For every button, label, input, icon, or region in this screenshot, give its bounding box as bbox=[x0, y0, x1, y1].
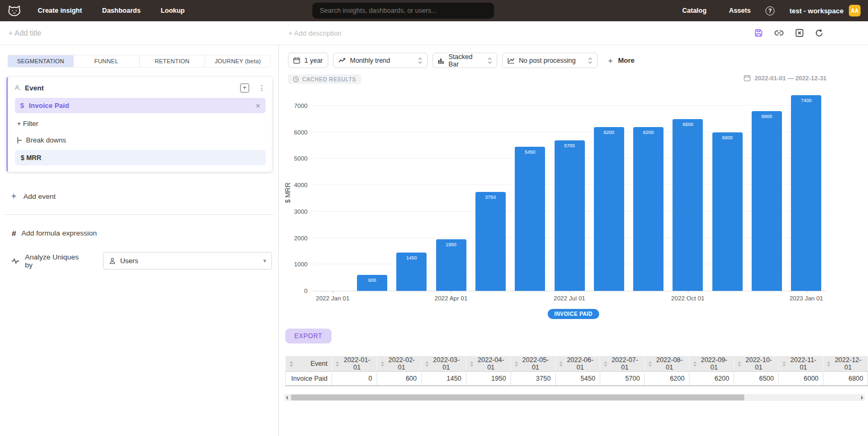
status-row: CACHED RESULTS 2022-01-01 — 2022-12-31 bbox=[279, 74, 868, 84]
bar-2022-03-01[interactable]: 1450 bbox=[396, 253, 427, 291]
trend-select[interactable]: Monthly trend bbox=[333, 53, 428, 68]
event-letter: A. bbox=[15, 84, 21, 91]
column-header-2022-01-01[interactable]: 2022-01-01 bbox=[332, 356, 377, 372]
bar-2022-04-01[interactable]: 1950 bbox=[436, 239, 466, 291]
sort-icon bbox=[559, 360, 563, 367]
nav-dashboards[interactable]: Dashboards bbox=[102, 7, 140, 14]
event-card: A. Event + ⋮ $ Invoice Paid × + Filter B… bbox=[6, 77, 272, 172]
sort-icon bbox=[514, 360, 518, 367]
column-header-2022-09-01[interactable]: 2022-09-01 bbox=[689, 356, 734, 372]
bar-2022-09-01[interactable]: 6200 bbox=[633, 127, 663, 291]
sort-icon bbox=[648, 360, 652, 367]
breakdown-mrr-row[interactable]: $ MRR bbox=[15, 150, 266, 165]
add-title-button[interactable]: + Add title bbox=[8, 29, 41, 37]
workspace-name[interactable]: test - workspace bbox=[789, 7, 844, 15]
bar-2022-05-01[interactable]: 3750 bbox=[475, 192, 506, 291]
column-header-2022-07-01[interactable]: 2022-07-01 bbox=[600, 356, 644, 372]
primary-nav: Create insight Dashboards Lookup bbox=[38, 7, 185, 14]
chevron-down-icon: ▾ bbox=[263, 257, 266, 264]
more-button[interactable]: + More bbox=[608, 56, 635, 65]
add-description-button[interactable]: + Add description bbox=[288, 29, 342, 37]
tab-journey-beta[interactable]: JOURNEY (beta) bbox=[205, 55, 270, 67]
bar-2022-08-01[interactable]: 6200 bbox=[594, 127, 624, 291]
add-event-button[interactable]: + Add event bbox=[11, 191, 272, 202]
nav-lookup[interactable]: Lookup bbox=[161, 7, 185, 14]
y-tick-label: 2000 bbox=[284, 235, 308, 241]
column-header-2022-04-01[interactable]: 2022-04-01 bbox=[466, 356, 510, 372]
x-tick-mark bbox=[451, 291, 452, 294]
legend-invoice-paid[interactable]: INVOICE PAID bbox=[548, 309, 600, 319]
scroll-left-arrow-icon[interactable] bbox=[286, 396, 288, 400]
event-card-menu-icon[interactable]: ⋮ bbox=[258, 83, 266, 92]
add-filter-button[interactable]: + Filter bbox=[17, 120, 266, 128]
insight-actions bbox=[754, 29, 823, 37]
nav-catalog[interactable]: Catalog bbox=[682, 7, 707, 14]
date-range-button[interactable]: 1 year bbox=[288, 53, 328, 68]
column-header-event[interactable]: Event bbox=[286, 356, 332, 372]
tab-segmentation[interactable]: SEGMENTATION bbox=[8, 55, 74, 67]
export-excel-icon[interactable] bbox=[795, 29, 804, 37]
nav-create-insight[interactable]: Create insight bbox=[38, 7, 82, 14]
bar-2022-10-01[interactable]: 6500 bbox=[673, 119, 703, 291]
breakdowns-label: Break downs bbox=[26, 136, 66, 144]
column-header-2022-06-01[interactable]: 2022-06-01 bbox=[555, 356, 600, 372]
column-header-2022-10-01[interactable]: 2022-10-01 bbox=[734, 356, 778, 372]
bar-2022-07-01[interactable]: 5700 bbox=[555, 140, 585, 291]
copy-link-icon[interactable] bbox=[774, 29, 784, 37]
analyze-uniques-select[interactable]: Users ▾ bbox=[103, 252, 272, 270]
column-header-2022-11-01[interactable]: 2022-11-01 bbox=[778, 356, 823, 372]
y-tick-label: 5000 bbox=[284, 155, 308, 162]
bar-value-label: 5700 bbox=[555, 143, 585, 148]
duplicate-event-button[interactable]: + bbox=[240, 83, 249, 93]
table-cell: 1950 bbox=[466, 372, 510, 386]
bar-2022-06-01[interactable]: 5450 bbox=[515, 147, 545, 291]
column-header-2022-03-01[interactable]: 2022-03-01 bbox=[421, 356, 466, 372]
y-tick-label: 3000 bbox=[284, 208, 308, 215]
waveform-icon bbox=[11, 257, 20, 265]
table-cell: 5700 bbox=[600, 372, 644, 386]
column-header-2022-05-01[interactable]: 2022-05-01 bbox=[510, 356, 555, 372]
sort-icon bbox=[380, 360, 385, 367]
bar-value-label: 6200 bbox=[633, 130, 663, 135]
search-input[interactable] bbox=[312, 3, 494, 19]
scroll-right-arrow-icon[interactable] bbox=[861, 396, 863, 400]
chart-type-select[interactable]: Stacked Bar bbox=[432, 53, 497, 68]
avatar[interactable]: AA bbox=[849, 5, 861, 16]
bar-2022-12-01[interactable]: 6800 bbox=[752, 111, 782, 291]
bar-value-label: 3750 bbox=[475, 195, 506, 200]
bar-2022-11-01[interactable]: 6000 bbox=[712, 132, 743, 291]
trend-icon bbox=[338, 57, 346, 64]
column-header-2022-08-01[interactable]: 2022-08-01 bbox=[644, 356, 689, 372]
nav-assets[interactable]: Assets bbox=[729, 7, 751, 14]
post-processing-select[interactable]: No post processing bbox=[502, 53, 598, 68]
sort-icon bbox=[470, 360, 474, 367]
bar-2022-02-01[interactable]: 600 bbox=[357, 275, 387, 291]
scrollbar-thumb[interactable] bbox=[291, 395, 744, 400]
panel-divider bbox=[4, 214, 274, 215]
add-formula-button[interactable]: # Add formula expression bbox=[12, 229, 272, 238]
gridline bbox=[313, 132, 826, 132]
table-cell: 3750 bbox=[510, 372, 555, 386]
sort-icon bbox=[693, 360, 697, 367]
add-formula-label: Add formula expression bbox=[21, 229, 97, 237]
export-button[interactable]: EXPORT bbox=[285, 329, 331, 343]
save-icon[interactable] bbox=[754, 29, 763, 37]
refresh-icon[interactable] bbox=[815, 29, 823, 37]
remove-event-icon[interactable]: × bbox=[256, 101, 260, 110]
breakdowns-button[interactable]: Break downs bbox=[17, 136, 266, 144]
column-header-2022-12-01[interactable]: 2022-12-01 bbox=[823, 356, 867, 372]
bar-2023-01-01[interactable]: 7400 bbox=[791, 95, 821, 291]
selected-event-row[interactable]: $ Invoice Paid × bbox=[15, 98, 266, 113]
tab-retention[interactable]: RETENTION bbox=[140, 55, 206, 67]
table-cell: 5450 bbox=[555, 372, 600, 386]
column-header-2022-02-01[interactable]: 2022-02-01 bbox=[377, 356, 421, 372]
bar-value-label: 6200 bbox=[594, 130, 624, 135]
results-panel: 1 year Monthly trend bbox=[279, 45, 868, 436]
calendar-icon bbox=[744, 74, 751, 81]
help-icon[interactable]: ? bbox=[765, 6, 775, 15]
brand-cat-logo-icon[interactable] bbox=[7, 4, 22, 18]
horizontal-scrollbar[interactable] bbox=[284, 394, 865, 401]
tab-funnel[interactable]: FUNNEL bbox=[74, 55, 140, 67]
sort-icon bbox=[827, 360, 831, 367]
gridline bbox=[313, 105, 826, 106]
